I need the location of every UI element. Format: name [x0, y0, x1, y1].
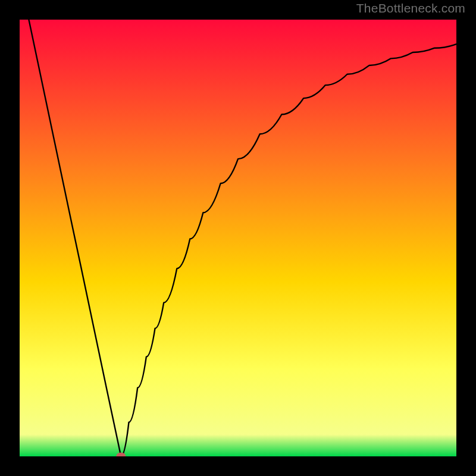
bottleneck-chart: [20, 20, 456, 456]
gradient-background: [20, 20, 456, 456]
watermark-text: TheBottleneck.com: [356, 1, 465, 15]
chart-frame: TheBottleneck.com: [0, 0, 476, 476]
